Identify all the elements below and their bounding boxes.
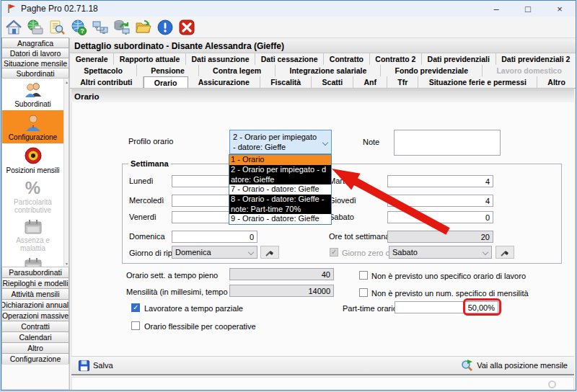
part-time-highlight-annotation: [463, 298, 501, 316]
note-field[interactable]: [394, 130, 501, 156]
orario-flessibile-label: Orario flessibile per cooperative: [144, 322, 256, 331]
sidebar-group-riepiloghi-e-modelli[interactable]: Riepiloghi e modelli: [1, 277, 69, 289]
tab-tfr[interactable]: Tfr: [387, 76, 418, 88]
dropdown-option-9[interactable]: 9 - Orario - datore: Gieffe: [229, 214, 331, 224]
domenica-field[interactable]: 0: [172, 231, 257, 243]
sidebar-group-attivita-mensili[interactable]: Attività mensili: [1, 288, 69, 300]
tab-dati-previdenziali-2[interactable]: Dati previdenziali 2: [496, 53, 576, 65]
flag-icon: [6, 3, 17, 14]
martedi-field[interactable]: 4: [387, 175, 493, 187]
tab-spettacolo[interactable]: Spettacolo: [70, 65, 137, 76]
sabato-label: Sabato: [329, 213, 354, 221]
sidebar-group-parasubordinati[interactable]: Parasubordinati: [1, 267, 69, 278]
sidebar-group-situazione-mensile[interactable]: Situazione mensile: [1, 58, 69, 68]
chevron-down-icon: [483, 249, 488, 255]
no-mensilita-checkbox[interactable]: [359, 288, 368, 297]
sidebar-group-calendari[interactable]: Calendari: [1, 331, 69, 343]
tab-pensione[interactable]: Pensione: [137, 65, 199, 76]
maximize-button[interactable]: □: [512, 1, 544, 17]
tab-contratto-2[interactable]: Contratto 2: [370, 53, 422, 65]
dropdown-option-8[interactable]: 8 - Orario - datore: Gieffe - note: Part…: [229, 195, 331, 214]
sidebar-group-operazioni-massive[interactable]: Operazioni massive: [1, 310, 69, 321]
minimize-button[interactable]: –: [480, 1, 512, 17]
chevron-down-icon: [248, 249, 254, 255]
no-orario-specifico-label: Non è previsto uno specifico orario di l…: [371, 272, 526, 280]
sidebar-group-configurazione[interactable]: Configurazione: [1, 353, 69, 365]
sidebar-item-assenza-e-malattia: Assenza e malattia: [2, 216, 63, 254]
tab-contratto[interactable]: Contratto: [324, 53, 370, 65]
person-icon: [23, 113, 43, 132]
help-globe-icon[interactable]: ?: [69, 18, 88, 37]
tab-situazione-ferie-e-permessi[interactable]: Situazione ferie e permessi: [418, 76, 537, 88]
sidebar-item-configurazione[interactable]: Configurazione: [2, 110, 63, 143]
giovedi-field[interactable]: 4: [387, 195, 493, 207]
main-toolbar: ?: [1, 17, 576, 38]
sidebar-scrollbar[interactable]: ▲ ▼: [63, 79, 69, 267]
profilo-orario-combobox[interactable]: 2 - Orario per impiegato - datore: Gieff…: [229, 130, 332, 154]
orario-flessibile-checkbox[interactable]: [131, 321, 140, 330]
brush-icon: [265, 247, 275, 257]
sidebar-group-subordinati[interactable]: Subordinati: [1, 68, 69, 79]
tab-anf[interactable]: Anf: [353, 76, 387, 88]
network-icon[interactable]: [91, 18, 110, 37]
tab-contra-legem[interactable]: Contra legem: [199, 65, 276, 76]
ore-tot-settimana-field: 20: [387, 231, 493, 243]
print-globe-icon[interactable]: [26, 18, 45, 37]
sidebar-group-anagrafica[interactable]: Anagrafica: [1, 37, 69, 48]
search-document-icon[interactable]: [48, 18, 66, 37]
tab-scatti[interactable]: Scatti: [312, 76, 353, 88]
tab-dati-cessazione[interactable]: Dati cessazione: [255, 53, 324, 65]
sidebar-item-label: Configurazione: [9, 133, 57, 141]
save-icon: [78, 360, 90, 372]
brush-icon: [500, 247, 510, 257]
info-icon[interactable]: [156, 18, 175, 37]
tab-fondo-previdenziale[interactable]: Fondo previdenziale: [381, 65, 483, 76]
tab-row-1: Generale Rapporto attuale Dati assunzion…: [70, 53, 576, 65]
dropdown-option-7[interactable]: 7 - Orario - datore: Gieffe: [229, 184, 331, 195]
lavoratore-tempo-parziale-checkbox[interactable]: [131, 303, 140, 312]
clear-giorno-riposo-button[interactable]: [260, 246, 279, 259]
tab-orario[interactable]: Orario: [144, 76, 188, 88]
calendar-icon: [24, 219, 43, 235]
scroll-down-icon[interactable]: ▼: [64, 260, 69, 267]
sidebar-group-contratti[interactable]: Contratti: [1, 321, 69, 332]
open-folder-icon[interactable]: [134, 18, 153, 37]
sidebar-item-particolarita-contributive: % Particolarità contributive: [2, 177, 63, 216]
tab-generale[interactable]: Generale: [70, 53, 114, 65]
sidebar-group-datori-di-lavoro[interactable]: Datori di lavoro: [1, 48, 69, 58]
sync-database-icon[interactable]: [113, 18, 131, 37]
scroll-up-icon[interactable]: ▲: [64, 79, 69, 85]
dropdown-option-2[interactable]: 2 - Orario per impiegato - datore: Gieff…: [229, 165, 331, 184]
dropdown-option-1[interactable]: 1 - Orario: [229, 155, 331, 165]
home-icon[interactable]: [4, 18, 23, 37]
tab-dati-previdenziali[interactable]: Dati previdenziali: [422, 53, 496, 65]
close-button[interactable]: ×: [544, 1, 576, 17]
no-orario-specifico-checkbox[interactable]: [359, 271, 368, 280]
sidebar-item-subordinati[interactable]: Subordinati: [2, 79, 63, 110]
giorno-zero-ore-checkbox: [330, 248, 338, 257]
ore-tot-settimana-label: Ore tot settimana: [329, 232, 389, 241]
tab-integrazione-salariale[interactable]: Integrazione salariale: [276, 65, 381, 76]
clear-giorno-zero-button[interactable]: [495, 246, 514, 259]
mensilita-field: 14000: [229, 285, 334, 297]
tab-fiscalita[interactable]: Fiscalità: [260, 76, 312, 88]
orario-form: Profilo orario 2 - Orario per impiegato …: [71, 102, 574, 356]
search-arrow-icon: [461, 359, 474, 372]
sabato-field[interactable]: 0: [387, 211, 493, 223]
tab-altri-contributi[interactable]: Altri contributi: [70, 76, 144, 88]
venerdi-label: Venerdì: [129, 213, 157, 221]
status-indicator-circle: [548, 380, 556, 388]
tab-rapporto-attuale[interactable]: Rapporto attuale: [114, 53, 186, 65]
svg-text:?: ?: [80, 27, 84, 35]
exit-icon[interactable]: [177, 18, 196, 37]
settimana-group: Settimana Lunedì Mercoledì Venerdì Domen…: [122, 164, 562, 264]
save-button[interactable]: Salva: [78, 360, 113, 372]
sidebar-item-posizioni-mensili[interactable]: Posizioni mensili: [2, 143, 63, 177]
tab-assicurazione[interactable]: Assicurazione: [188, 76, 261, 88]
giorno-di-riposo-combobox: Domenica: [172, 246, 257, 259]
sidebar-group-altro[interactable]: Altro: [1, 342, 69, 354]
tab-altro[interactable]: Altro: [537, 76, 576, 88]
goto-posizione-mensile-link[interactable]: Vai alla posizione mensile: [461, 359, 568, 372]
tab-dati-assunzione[interactable]: Dati assunzione: [186, 53, 255, 65]
sidebar-group-dichiarazioni-annuali[interactable]: Dichiarazioni annuali: [1, 299, 69, 311]
